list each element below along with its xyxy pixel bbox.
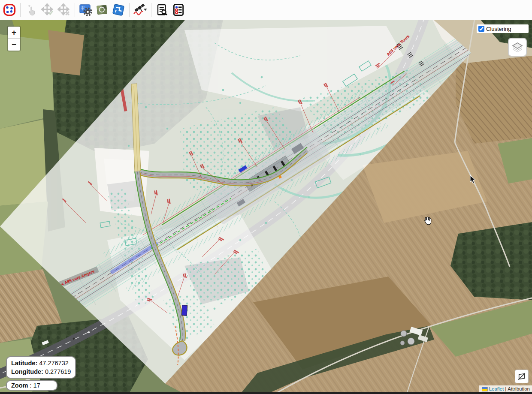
move-cancel-icon (57, 3, 70, 16)
map-canvas[interactable]: < A85 vers Angers A85 vers Tours (0, 0, 532, 394)
attribution-separator: | (505, 386, 506, 391)
document-search-tool-button[interactable] (154, 1, 170, 18)
dropdown-caret-icon (144, 9, 147, 11)
cluster-points-icon (3, 3, 16, 16)
ukraine-flag-icon (482, 387, 488, 391)
crop-export-button[interactable] (515, 370, 529, 383)
clustering-toggle: Clustering (477, 24, 529, 33)
zoom-label: Zoom (11, 382, 28, 389)
zoom-control: + − (7, 26, 21, 51)
toolbar-separator (151, 3, 151, 17)
plan-layer-tool-button[interactable] (111, 1, 126, 18)
hand-pointer-tool-button[interactable] (24, 1, 39, 18)
document-search-icon (156, 3, 169, 16)
zoom-in-button[interactable]: + (8, 27, 20, 39)
clustering-label[interactable]: Clustering (486, 26, 511, 32)
latitude-row: Latitude: 47.276732 (11, 359, 71, 367)
longitude-label: Longitude: (11, 368, 43, 375)
latitude-label: Latitude: (11, 360, 37, 367)
cluster-points-tool-button[interactable] (2, 1, 17, 18)
move-cancel-tool-button[interactable] (56, 1, 72, 18)
zoom-readout: Zoom : 17 (6, 380, 57, 391)
map-settings-tool-button[interactable] (78, 1, 94, 18)
plan-blue-feature-2 (181, 305, 187, 316)
latitude-value: 47.276732 (39, 360, 69, 367)
leaflet-link[interactable]: Leaflet (489, 386, 504, 391)
crop-icon (518, 372, 526, 381)
toolbar-separator (20, 3, 21, 17)
aerial-imagery-tool-button[interactable] (94, 1, 110, 18)
hand-pointer-icon (25, 4, 37, 16)
aerial-imagery-icon (96, 3, 109, 16)
toolbar-separator (129, 3, 130, 17)
gps-tracking-tool-button[interactable] (133, 1, 148, 18)
coordinate-readout: Latitude: 47.276732 Longitude: 0.277619 (6, 356, 76, 379)
attribution-link[interactable]: Attribution (508, 386, 530, 391)
toolbar (0, 0, 532, 20)
zoom-out-button[interactable]: − (8, 39, 20, 51)
toolbar-separator (75, 3, 75, 17)
zoom-separator: : (28, 382, 33, 389)
layers-control-button[interactable] (508, 38, 527, 57)
plan-layer-icon (112, 3, 125, 17)
map-settings-icon (79, 3, 93, 17)
map-attribution: Leaflet | Attribution (479, 385, 532, 392)
legend-list-icon (172, 3, 185, 16)
zoom-value: 17 (33, 382, 40, 389)
layers-icon (512, 42, 523, 53)
legend-list-tool-button[interactable] (171, 1, 186, 18)
clustering-checkbox[interactable] (478, 26, 484, 32)
move-confirm-icon (41, 3, 54, 16)
move-confirm-tool-button[interactable] (40, 1, 55, 18)
app-window: < A85 vers Angers A85 vers Tours (0, 0, 532, 394)
bottom-edge-bar (0, 392, 532, 394)
longitude-row: Longitude: 0.277619 (11, 367, 71, 376)
longitude-value: 0.277619 (45, 368, 71, 375)
